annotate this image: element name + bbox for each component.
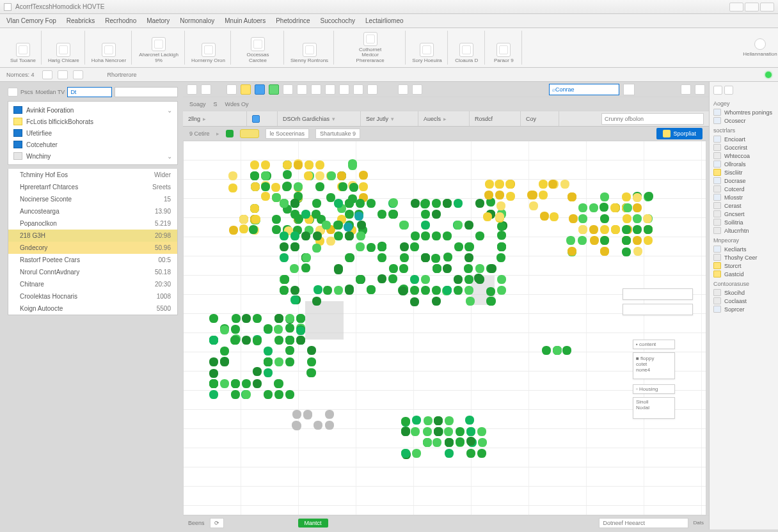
data-point[interactable] xyxy=(301,263,310,272)
empty-field[interactable] xyxy=(623,288,693,300)
data-point[interactable] xyxy=(443,199,452,208)
data-point[interactable] xyxy=(301,231,310,240)
data-point[interactable] xyxy=(454,242,463,251)
tool-button[interactable] xyxy=(187,84,197,95)
data-point[interactable] xyxy=(433,264,441,273)
data-point[interactable] xyxy=(477,427,486,436)
data-point[interactable] xyxy=(644,192,653,201)
tool-button[interactable] xyxy=(681,84,691,95)
ribbon-group[interactable]: Hornerny Oron xyxy=(186,31,231,65)
tool-button[interactable] xyxy=(241,84,251,95)
data-point[interactable] xyxy=(548,180,557,189)
data-point[interactable] xyxy=(356,231,365,240)
data-point[interactable] xyxy=(527,191,536,199)
data-point[interactable] xyxy=(542,346,551,355)
data-point[interactable] xyxy=(432,286,441,295)
data-point[interactable] xyxy=(610,203,619,212)
data-point[interactable] xyxy=(301,210,310,219)
column-header[interactable]: Rosdcf xyxy=(470,111,521,126)
column-header[interactable]: 2llng▸ xyxy=(183,111,247,126)
data-point[interactable] xyxy=(272,225,281,234)
data-point[interactable] xyxy=(611,225,620,234)
menu-item[interactable]: Normonaloy xyxy=(180,17,214,24)
primary-action-button[interactable]: Sporpliat xyxy=(656,128,703,139)
data-point[interactable] xyxy=(264,368,273,377)
data-point[interactable] xyxy=(466,449,475,458)
tool-button[interactable] xyxy=(283,84,293,95)
data-point[interactable] xyxy=(359,171,368,180)
data-point[interactable] xyxy=(478,438,487,447)
data-point[interactable] xyxy=(242,314,251,323)
data-point[interactable] xyxy=(209,314,218,323)
data-point[interactable] xyxy=(315,182,324,191)
tool-button[interactable] xyxy=(311,84,321,95)
data-point[interactable] xyxy=(302,253,311,262)
data-point[interactable] xyxy=(590,236,599,245)
data-point[interactable] xyxy=(209,357,218,366)
data-point[interactable] xyxy=(589,225,598,234)
data-point[interactable] xyxy=(280,275,289,284)
filter-input[interactable] xyxy=(115,87,178,97)
menu-item[interactable]: Sucochochy xyxy=(321,17,355,24)
data-point[interactable] xyxy=(622,247,631,256)
data-point[interactable] xyxy=(261,192,270,201)
data-point[interactable] xyxy=(539,180,548,189)
data-point[interactable] xyxy=(285,336,294,345)
data-point[interactable] xyxy=(495,180,504,189)
data-point[interactable] xyxy=(600,225,609,234)
data-point[interactable] xyxy=(251,182,260,191)
data-point[interactable] xyxy=(261,171,270,180)
data-point[interactable] xyxy=(443,253,452,262)
data-point[interactable] xyxy=(264,357,273,366)
tool-button[interactable] xyxy=(339,84,349,95)
data-point[interactable] xyxy=(290,231,299,240)
data-point[interactable] xyxy=(443,286,452,295)
data-point[interactable] xyxy=(315,171,324,180)
column-search-input[interactable]: Crunny ofbolon xyxy=(601,113,704,125)
data-point[interactable] xyxy=(399,264,408,273)
right-panel-item[interactable]: Thoshy Ceer xyxy=(713,253,774,262)
data-point[interactable] xyxy=(280,253,289,262)
data-point[interactable] xyxy=(356,242,365,251)
data-point[interactable] xyxy=(389,264,398,273)
data-point[interactable] xyxy=(322,221,331,230)
data-point[interactable] xyxy=(485,180,494,189)
data-point[interactable] xyxy=(486,297,495,306)
ribbon-group[interactable]: Cloaura D xyxy=(449,31,485,65)
data-point[interactable] xyxy=(304,171,313,180)
window-maximize-button[interactable] xyxy=(745,3,759,12)
data-point[interactable] xyxy=(456,427,464,436)
data-point[interactable] xyxy=(228,184,237,192)
data-point[interactable] xyxy=(400,242,409,251)
property-row[interactable]: Chitnare20:30 xyxy=(8,278,177,290)
data-point[interactable] xyxy=(432,199,441,208)
data-point[interactable] xyxy=(285,314,294,323)
data-point[interactable] xyxy=(232,314,241,323)
filter-dropdown[interactable]: Dt xyxy=(67,87,112,97)
data-point[interactable] xyxy=(464,286,473,295)
data-point[interactable] xyxy=(497,275,506,284)
column-header[interactable]: Ser Jutly▾ xyxy=(361,111,418,126)
data-point[interactable] xyxy=(356,275,365,284)
data-point[interactable] xyxy=(623,203,632,212)
data-point[interactable] xyxy=(220,357,229,366)
property-row-selected[interactable]: 218 G3H20:98 xyxy=(8,230,177,242)
right-panel-item[interactable]: Soprcer xyxy=(713,305,774,313)
data-point[interactable] xyxy=(274,336,283,345)
data-point[interactable] xyxy=(568,247,576,256)
data-point[interactable] xyxy=(589,203,598,212)
ribbon-group[interactable]: Hoha Nencroer xyxy=(86,31,132,65)
data-point[interactable] xyxy=(242,379,251,388)
data-point[interactable] xyxy=(399,221,408,230)
menu-item[interactable]: Phetodrince xyxy=(276,17,310,24)
data-point[interactable] xyxy=(274,325,283,334)
data-point[interactable] xyxy=(622,225,631,234)
data-point[interactable] xyxy=(644,225,653,234)
data-point[interactable] xyxy=(540,212,549,221)
data-point[interactable] xyxy=(465,416,474,425)
data-point[interactable] xyxy=(333,221,342,230)
data-point[interactable] xyxy=(456,437,464,446)
data-point[interactable] xyxy=(344,223,353,231)
quick-button[interactable] xyxy=(58,70,68,79)
panel-button[interactable] xyxy=(724,86,733,95)
